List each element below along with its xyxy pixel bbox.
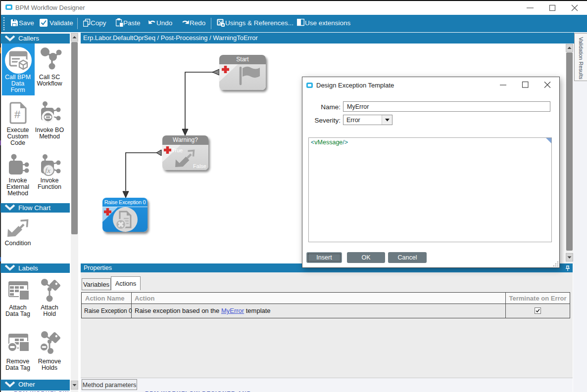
svg-text:#: # xyxy=(14,108,21,121)
svg-text:fx: fx xyxy=(45,167,50,174)
